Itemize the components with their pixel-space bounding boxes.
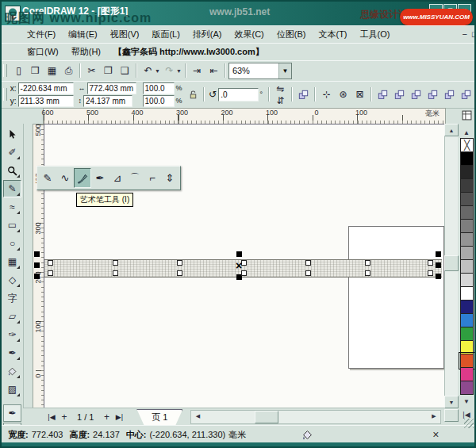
last-page-button[interactable]: ▶| xyxy=(113,411,125,423)
object-width-field[interactable]: 772.403 mm xyxy=(87,82,136,94)
intersect-button[interactable] xyxy=(408,86,424,103)
print-icon[interactable]: ⎙ xyxy=(60,63,77,79)
zoom-tool[interactable] xyxy=(3,162,21,179)
palette-scroll-down-icon[interactable]: ▼ xyxy=(460,397,473,406)
combine-button[interactable] xyxy=(295,86,312,103)
graph-paper-tool[interactable]: ▦ xyxy=(3,253,21,270)
snap-to-grid-button[interactable]: ⊹ xyxy=(318,86,335,103)
scroll-right-icon[interactable]: ▶ xyxy=(428,411,440,422)
curve-node[interactable] xyxy=(113,260,118,266)
curve-node[interactable] xyxy=(428,270,433,276)
palette-expand-icon[interactable]: |◀ xyxy=(460,410,473,419)
color-swatch[interactable] xyxy=(460,300,474,314)
chevron-down-icon[interactable]: ▼ xyxy=(278,63,291,78)
no-color-swatch[interactable]: ╳ xyxy=(460,138,474,152)
outline-tool[interactable]: ✒ xyxy=(3,344,21,362)
color-swatch[interactable] xyxy=(460,219,474,233)
selection-handle[interactable] xyxy=(34,251,40,257)
scale-y-field[interactable]: 100.0 xyxy=(143,95,175,107)
horizontal-scroll-thumb[interactable] xyxy=(255,411,278,423)
y-position-field[interactable]: 211.33 mm xyxy=(18,95,74,107)
menu-arrange[interactable]: 排列(A) xyxy=(186,26,228,43)
undo-icon[interactable]: ↶ xyxy=(140,63,156,79)
color-swatch[interactable] xyxy=(460,192,474,206)
property-bar-grip[interactable] xyxy=(3,88,7,101)
menu-tools[interactable]: 工具(O) xyxy=(354,26,397,43)
menu-file[interactable]: 文件(F) xyxy=(21,26,62,43)
paste-icon[interactable]: ❑ xyxy=(117,63,133,79)
interactive-fill-tool[interactable]: ▨ xyxy=(3,381,21,398)
simplify-button[interactable] xyxy=(424,86,441,103)
toolbar-grip[interactable] xyxy=(3,64,7,77)
selection-center-marker[interactable]: × xyxy=(236,262,242,270)
outline-pen-tool[interactable]: ✒ xyxy=(3,404,21,422)
page-tab[interactable]: 页 1 xyxy=(136,409,182,425)
color-swatch[interactable] xyxy=(460,273,474,287)
shape-tool[interactable]: ✐ xyxy=(3,144,21,161)
artistic-media-tool[interactable] xyxy=(74,168,91,188)
curve-node[interactable] xyxy=(365,270,370,276)
chevron-down-icon[interactable]: ▼ xyxy=(155,68,160,74)
add-page-before-button[interactable]: + xyxy=(58,411,71,423)
drawing-scale-icon[interactable] xyxy=(459,109,474,121)
selection-handle[interactable] xyxy=(436,262,441,268)
color-swatch[interactable] xyxy=(460,340,474,354)
curve-node[interactable] xyxy=(365,260,370,266)
three-point-curve-tool[interactable]: ⌒ xyxy=(126,168,144,188)
smart-drawing-tool[interactable]: ≈ xyxy=(3,198,21,216)
weld-button[interactable] xyxy=(374,86,391,103)
polyline-tool[interactable]: ⊿ xyxy=(109,168,126,188)
ellipse-tool[interactable]: ○ xyxy=(3,235,21,252)
eyedropper-tool[interactable]: ✑ xyxy=(3,326,21,343)
dimension-tool[interactable]: ⇕ xyxy=(161,168,178,188)
scroll-left-icon[interactable]: ◀ xyxy=(191,411,204,422)
color-swatch[interactable] xyxy=(460,178,474,193)
color-swatch[interactable] xyxy=(460,354,474,368)
color-swatch[interactable] xyxy=(460,313,474,327)
first-page-button[interactable]: |◀ xyxy=(45,411,58,423)
palette-scroll-up-icon[interactable]: ▲ xyxy=(460,128,473,137)
vertical-scroll-thumb[interactable] xyxy=(444,255,459,271)
bezier-tool[interactable]: ∿ xyxy=(56,168,74,188)
curve-node[interactable] xyxy=(305,260,311,266)
curve-node[interactable] xyxy=(177,270,182,276)
copy-icon[interactable]: ❐ xyxy=(100,63,117,79)
rectangle-tool[interactable]: ▭ xyxy=(3,216,21,234)
menu-edit[interactable]: 编辑(E) xyxy=(62,26,104,43)
curve-node[interactable] xyxy=(177,260,182,266)
curve-node[interactable] xyxy=(241,270,247,276)
curve-node[interactable] xyxy=(428,260,433,266)
color-swatch[interactable] xyxy=(460,367,474,381)
color-swatch[interactable] xyxy=(460,259,474,274)
color-swatch[interactable] xyxy=(460,232,474,247)
pick-tool[interactable] xyxy=(3,125,21,143)
title-bar[interactable]: CorelDRAW 12 - [图形1] www.jb51.net 思缘设计论坛… xyxy=(2,2,474,25)
mirror-horizontal-button[interactable]: ⇋ xyxy=(272,82,289,94)
color-swatch[interactable] xyxy=(460,205,474,220)
selection-handle[interactable] xyxy=(436,274,441,279)
open-icon[interactable]: ❒ xyxy=(27,63,44,79)
fill-tool[interactable] xyxy=(3,362,21,380)
menu-text[interactable]: 文本(T) xyxy=(312,26,353,43)
snap-to-guidelines-button[interactable]: ⊛ xyxy=(335,86,351,103)
import-icon[interactable]: ⇥ xyxy=(189,63,205,79)
text-tool[interactable]: 字 xyxy=(3,289,21,307)
doc-minimize-button[interactable]: − xyxy=(462,29,466,39)
pen-tool[interactable]: ✒ xyxy=(91,168,109,188)
curve-node[interactable] xyxy=(305,270,311,276)
lock-ratio-icon[interactable] xyxy=(186,86,202,103)
scroll-down-icon[interactable]: ▼ xyxy=(444,396,459,408)
resize-grip[interactable] xyxy=(464,419,474,428)
zoom-level-combo[interactable]: 63% ▼ xyxy=(228,63,292,79)
selection-handle[interactable] xyxy=(236,251,242,257)
color-swatch[interactable] xyxy=(460,286,474,301)
redo-icon[interactable]: ↷ xyxy=(161,63,178,79)
trim-button[interactable] xyxy=(391,86,408,103)
selection-handle[interactable] xyxy=(34,262,40,268)
menu-view[interactable]: 视图(V) xyxy=(104,26,146,43)
back-minus-front-button[interactable] xyxy=(458,86,474,103)
doc-restore-button[interactable]: □ xyxy=(472,29,476,39)
menu-effects[interactable]: 效果(C) xyxy=(228,26,271,43)
horizontal-ruler[interactable]: 6005004003002001000100毫米 xyxy=(43,108,446,124)
scroll-up-icon[interactable]: ▲ xyxy=(444,124,459,136)
